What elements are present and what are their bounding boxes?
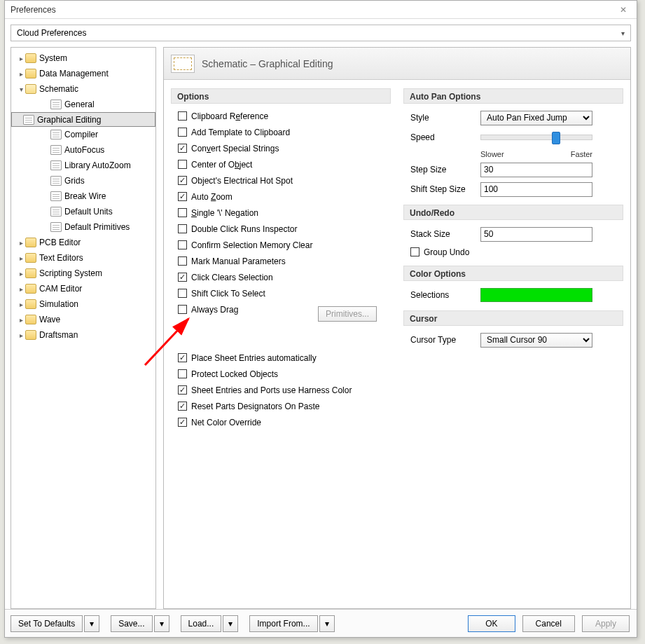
- folder-icon: [25, 69, 36, 78]
- selections-color-swatch[interactable]: [480, 288, 592, 302]
- apply-button[interactable]: Apply: [582, 615, 630, 632]
- checkbox-label: Shift Click To Select: [191, 289, 265, 299]
- tree-item-gedit[interactable]: Graphical Editing: [11, 112, 155, 127]
- tree-item-label: System: [39, 53, 71, 63]
- tree-item-pcb[interactable]: ▸PCB Editor: [11, 235, 155, 250]
- folder-icon: [25, 53, 36, 63]
- tree-item-schematic[interactable]: ▾Schematic: [11, 81, 155, 97]
- section-undo: Undo/Redo: [403, 205, 623, 220]
- checkbox-singleneg[interactable]: Single '\' Negation: [178, 205, 391, 221]
- tree-item-sim[interactable]: ▸Simulation: [11, 296, 155, 312]
- stepsize-label: Step Size: [410, 165, 480, 174]
- page-icon: [50, 145, 62, 155]
- tree-item-libzoom[interactable]: Library AutoZoom: [11, 158, 155, 173]
- checkbox-hotspot[interactable]: Object's Electrical Hot Spot: [178, 172, 391, 189]
- tree-item-defunits[interactable]: Default Units: [11, 204, 155, 219]
- checkbox-label: Place Sheet Entries automatically: [191, 353, 317, 363]
- checkbox-resetdes[interactable]: Reset Parts Designators On Paste: [178, 398, 391, 414]
- tree-item-label: CAM Editor: [39, 284, 86, 294]
- tree-item-label: Draftsman: [39, 330, 82, 340]
- checkbox-addtpl[interactable]: Add Template to Clipboard: [178, 124, 391, 140]
- import-dropdown[interactable]: ▾: [319, 615, 335, 632]
- checkbox-label: Reset Parts Designators On Paste: [191, 402, 319, 411]
- checkbox-box: [178, 224, 187, 233]
- section-color: Color Options: [403, 266, 623, 281]
- cancel-button[interactable]: Cancel: [522, 615, 575, 632]
- checkbox-label: Auto Zoom: [191, 192, 233, 202]
- checkbox-label: Center of Object: [191, 160, 252, 170]
- checkbox-placesheet[interactable]: Place Sheet Entries automatically: [178, 350, 391, 366]
- tree-item-label: Wave: [39, 315, 64, 324]
- checkbox-centerobj[interactable]: Center of Object: [178, 156, 391, 172]
- cloud-preferences-dropdown[interactable]: Cloud Preferences ▾: [11, 25, 631, 41]
- checkbox-netcolor[interactable]: Net Color Override: [178, 414, 391, 430]
- selections-label: Selections: [410, 290, 480, 300]
- load-button[interactable]: Load...: [181, 615, 222, 632]
- dialog-footer: Set To Defaults▾ Save...▾ Load...▾ Impor…: [5, 609, 637, 637]
- style-select[interactable]: Auto Pan Fixed Jump: [480, 111, 592, 125]
- shiftstep-input[interactable]: [480, 182, 592, 197]
- group-undo-checkbox[interactable]: Group Undo: [410, 244, 623, 260]
- tree-item-general[interactable]: General: [11, 97, 155, 112]
- checkbox-box: [178, 160, 187, 169]
- set-defaults-dropdown[interactable]: ▾: [84, 615, 99, 632]
- cursortype-select[interactable]: Small Cursor 90: [480, 333, 592, 348]
- checkbox-confirmsel[interactable]: Confirm Selection Memory Clear: [178, 237, 391, 253]
- checkbox-label: Always Drag: [191, 305, 238, 315]
- checkbox-clickclr[interactable]: Click Clears Selection: [178, 269, 391, 285]
- expand-icon: ▸: [17, 316, 25, 324]
- stacksize-input[interactable]: [480, 227, 592, 242]
- tree-item-label: Scripting System: [39, 268, 106, 278]
- checkbox-markman[interactable]: Mark Manual Parameters: [178, 253, 391, 269]
- tree-item-draftsman[interactable]: ▸Draftsman: [11, 327, 155, 343]
- stacksize-label: Stack Size: [410, 229, 480, 239]
- checkbox-box: [178, 289, 187, 298]
- close-icon[interactable]: ✕: [616, 1, 631, 18]
- checkbox-label: Convert Special Strings: [191, 144, 279, 153]
- checkbox-dblclick[interactable]: Double Click Runs Inspector: [178, 221, 391, 237]
- tree-item-cam[interactable]: ▸CAM Editor: [11, 281, 155, 296]
- panel-title: Schematic – Graphical Editing: [202, 58, 333, 69]
- checkbox-box: [178, 385, 187, 395]
- tree-item-grids[interactable]: Grids: [11, 173, 155, 189]
- page-icon: [50, 191, 62, 201]
- checkbox-label: Click Clears Selection: [191, 273, 273, 282]
- speed-slider[interactable]: [480, 135, 592, 140]
- tree-item-texted[interactable]: ▸Text Editors: [11, 250, 155, 266]
- load-dropdown[interactable]: ▾: [223, 615, 238, 632]
- group-undo-label: Group Undo: [424, 247, 469, 257]
- tree-item-defprim[interactable]: Default Primitives: [11, 219, 155, 235]
- primitives-button[interactable]: Primitives...: [318, 306, 377, 322]
- tree-item-compiler[interactable]: Compiler: [11, 127, 155, 142]
- section-cursor: Cursor: [403, 310, 623, 326]
- tree-item-wave[interactable]: ▸Wave: [11, 312, 155, 327]
- tree-item-datamgmt[interactable]: ▸Data Management: [11, 66, 155, 81]
- tree-item-autofocus[interactable]: AutoFocus: [11, 142, 155, 158]
- checkbox-autozoom[interactable]: Auto Zoom: [178, 189, 391, 205]
- import-button[interactable]: Import From...: [249, 615, 317, 632]
- checkbox-clipref[interactable]: Clipboard Reference: [178, 108, 391, 124]
- tree-item-label: Text Editors: [39, 253, 88, 263]
- tree-item-system[interactable]: ▸System: [11, 50, 155, 66]
- checkbox-box: [178, 305, 187, 314]
- folder-icon: [25, 315, 36, 324]
- stepsize-input[interactable]: [480, 163, 592, 177]
- folder-icon: [25, 330, 36, 340]
- ok-button[interactable]: OK: [468, 615, 515, 632]
- checkbox-box: [178, 369, 187, 378]
- checkbox-convspec[interactable]: Convert Special Strings: [178, 140, 391, 156]
- checkbox-label: Protect Locked Objects: [191, 369, 278, 379]
- folder-icon: [25, 253, 36, 263]
- tree-item-scripting[interactable]: ▸Scripting System: [11, 266, 155, 281]
- save-dropdown[interactable]: ▾: [154, 615, 169, 632]
- set-defaults-button[interactable]: Set To Defaults: [11, 615, 83, 632]
- expand-icon: ▸: [17, 70, 25, 78]
- save-button[interactable]: Save...: [111, 615, 152, 632]
- checkbox-box: [178, 208, 187, 217]
- checkbox-protlock[interactable]: Protect Locked Objects: [178, 366, 391, 382]
- tree-item-breakwire[interactable]: Break Wire: [11, 189, 155, 204]
- checkbox-label: Clipboard Reference: [191, 111, 268, 121]
- category-tree[interactable]: ▸System▸Data Management▾SchematicGeneral…: [11, 47, 156, 609]
- checkbox-harnessclr[interactable]: Sheet Entries and Ports use Harness Colo…: [178, 382, 391, 398]
- checkbox-shiftclk[interactable]: Shift Click To Select: [178, 285, 391, 301]
